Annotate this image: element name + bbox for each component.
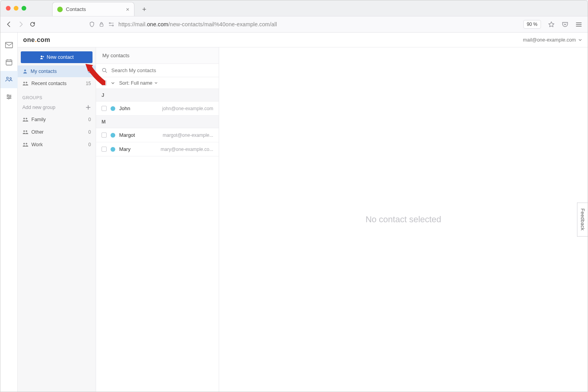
nav-forward-button[interactable] (18, 21, 24, 27)
recent-contacts-label: Recent contacts (31, 81, 67, 86)
contact-list-column: My contacts Sort: Full name J (96, 47, 219, 392)
mail-icon (5, 42, 13, 48)
group-icon (22, 142, 29, 148)
logo: one.com (23, 36, 50, 44)
sidebar-recent-contacts[interactable]: Recent contacts 15 (18, 77, 96, 90)
svg-point-11 (24, 69, 26, 71)
group-work[interactable]: Work 0 (18, 138, 96, 151)
svg-point-9 (8, 98, 9, 99)
group-other-count: 0 (88, 129, 91, 135)
window-close-icon[interactable] (6, 6, 11, 11)
svg-point-8 (9, 96, 11, 97)
list-title: My contacts (96, 47, 219, 64)
rail-settings[interactable] (0, 88, 18, 105)
sliders-icon (5, 93, 13, 100)
add-group-label: Add new group (22, 105, 55, 110)
contact-row[interactable]: John john@one-example.com (96, 102, 219, 116)
my-contacts-label: My contacts (31, 69, 57, 74)
people-icon (22, 80, 29, 87)
person-icon (22, 69, 28, 74)
section-header-j: J (96, 89, 219, 102)
nav-rail (0, 33, 18, 392)
feedback-tab[interactable]: Feedback (577, 203, 588, 237)
bookmark-star-icon[interactable] (548, 21, 555, 28)
svg-point-19 (26, 143, 27, 145)
columns: New contact My contacts 3 Recent (18, 47, 588, 392)
hamburger-menu-icon[interactable] (575, 21, 582, 28)
sort-label: Sort: Full name (119, 80, 152, 86)
tab-favicon (57, 7, 63, 12)
tab-close-icon[interactable]: × (126, 6, 129, 13)
svg-point-14 (24, 118, 25, 120)
browser-window: Contacts × + https://mail.one.com/ (0, 0, 588, 392)
search-input[interactable] (111, 67, 213, 73)
svg-point-6 (10, 78, 11, 79)
groups-heading: GROUPS (18, 90, 96, 102)
group-work-count: 0 (88, 142, 91, 147)
group-other[interactable]: Other 0 (18, 126, 96, 138)
new-contact-button[interactable]: New contact (21, 51, 93, 63)
search-icon (102, 67, 107, 73)
sidebar-my-contacts[interactable]: My contacts 3 (18, 65, 96, 77)
search-row (96, 64, 219, 77)
browser-titlebar: Contacts × + (0, 0, 588, 16)
svg-rect-3 (5, 42, 13, 48)
address-bar[interactable]: https://mail.one.com/new-contacts/mail%4… (42, 21, 517, 27)
contact-row[interactable]: Margot margot@one-example... (96, 128, 219, 142)
pocket-icon[interactable] (562, 21, 568, 28)
row-checkbox[interactable] (102, 106, 107, 111)
new-tab-button[interactable]: + (138, 4, 150, 15)
arrow-right-icon (18, 21, 24, 27)
contact-email: margot@one-example... (163, 132, 213, 138)
rail-contacts[interactable] (0, 71, 18, 88)
nav-reload-button[interactable] (29, 21, 36, 27)
rail-mail[interactable] (0, 36, 18, 54)
permissions-icon (108, 22, 114, 27)
window-minimize-icon[interactable] (14, 6, 18, 11)
group-family[interactable]: Family 0 (18, 113, 96, 126)
arrow-left-icon (6, 21, 12, 27)
chevron-down-icon[interactable] (111, 81, 115, 85)
group-icon (22, 116, 29, 123)
sort-dropdown[interactable]: Sort: Full name (119, 80, 158, 86)
reload-icon (29, 21, 36, 27)
svg-point-1 (109, 23, 111, 24)
contact-name: Mary (119, 146, 131, 152)
svg-point-13 (26, 82, 27, 83)
webmail-app: one.com mail@one-example.com New contact (0, 33, 588, 392)
lock-icon (99, 22, 104, 27)
contact-name: John (119, 105, 130, 111)
window-zoom-icon[interactable] (22, 6, 26, 11)
browser-tab[interactable]: Contacts × (52, 2, 134, 16)
zoom-level[interactable]: 90 % (523, 20, 541, 29)
add-person-icon (40, 55, 44, 60)
url-text: https://mail.one.com/new-contacts/mail%4… (118, 21, 517, 27)
rail-calendar[interactable] (0, 54, 18, 71)
tab-title: Contacts (66, 6, 86, 12)
recent-contacts-count: 15 (86, 81, 91, 86)
group-icon (22, 129, 29, 135)
sort-row: Sort: Full name (96, 77, 219, 89)
group-other-label: Other (31, 129, 44, 135)
contact-row[interactable]: Mary mary@one-example.co... (96, 142, 219, 156)
shield-icon (89, 22, 95, 27)
window-controls (6, 6, 48, 16)
row-checkbox[interactable] (102, 147, 107, 152)
add-group-button[interactable]: Add new group (18, 102, 96, 113)
group-family-count: 0 (88, 117, 91, 122)
contact-email: john@one-example.com (162, 106, 213, 111)
plus-icon (85, 105, 91, 110)
detail-column: No contact selected (219, 47, 588, 392)
browser-toolbar: https://mail.one.com/new-contacts/mail%4… (0, 16, 588, 33)
contact-email: mary@one-example.co... (161, 147, 213, 152)
svg-point-2 (113, 25, 114, 26)
row-checkbox[interactable] (102, 132, 107, 138)
chevron-down-icon (578, 38, 582, 42)
svg-point-5 (6, 77, 8, 79)
svg-rect-4 (6, 60, 12, 65)
avatar-dot (111, 147, 115, 152)
nav-back-button[interactable] (6, 21, 12, 27)
account-menu[interactable]: mail@one-example.com (523, 37, 582, 43)
new-contact-label: New contact (47, 54, 74, 60)
select-all-checkbox[interactable] (102, 80, 107, 85)
